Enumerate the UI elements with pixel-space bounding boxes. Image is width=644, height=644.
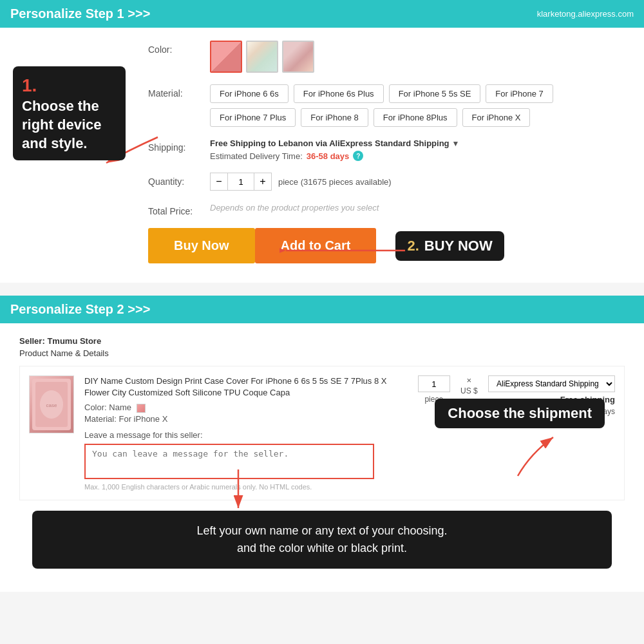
annotation-box-4: Left your own name or any text of your c… bbox=[32, 511, 612, 569]
color-label-detail: Color: bbox=[84, 402, 107, 412]
quantity-label: Quantity: bbox=[148, 173, 200, 187]
material-iphone6splus[interactable]: For iPhone 6s Plus bbox=[294, 84, 384, 103]
order-qty-input[interactable] bbox=[418, 375, 450, 392]
color-swatch-1[interactable] bbox=[210, 41, 242, 73]
total-price-label: Total Price: bbox=[148, 202, 200, 216]
order-summary: case DIY Name Custom Design Print Case C… bbox=[19, 366, 625, 500]
color-swatch-3[interactable] bbox=[282, 41, 314, 73]
shipping-text: Free Shipping to Lebanon via AliExpress … bbox=[210, 138, 450, 148]
color-options bbox=[210, 41, 625, 73]
material-iphone7[interactable]: For iPhone 7 bbox=[486, 84, 553, 103]
color-row: Color: bbox=[148, 41, 625, 73]
color-swatch-2[interactable] bbox=[246, 41, 278, 73]
quantity-control: − + bbox=[210, 173, 272, 191]
material-iphone7plus[interactable]: For iPhone 7 Plus bbox=[210, 108, 296, 127]
step1-body: 1. Choose the right device and style. Co… bbox=[0, 28, 644, 283]
annotation2-num: 2. bbox=[407, 238, 419, 254]
action-row: Buy Now Add to Cart 2. BUY NOW bbox=[148, 228, 625, 263]
material-iphonex[interactable]: For iPhone X bbox=[462, 108, 531, 127]
color-label: Color: bbox=[148, 41, 200, 55]
annotation2-text: BUY NOW bbox=[424, 238, 493, 254]
product-title: DIY Name Custom Design Print Case Cover … bbox=[84, 375, 408, 399]
material-detail: Material: For iPhone X bbox=[84, 414, 408, 424]
shipping-dropdown-icon[interactable]: ▼ bbox=[452, 139, 460, 148]
qty-increase[interactable]: + bbox=[254, 173, 272, 191]
seller-line: Seller: Tmumu Store bbox=[19, 336, 625, 346]
step2-header: Personalize Step 2 >>> bbox=[0, 296, 644, 323]
annotation-box-2: 2. BUY NOW bbox=[395, 231, 504, 261]
shipping-select-wrap: Free Shipping to Lebanon via AliExpress … bbox=[210, 138, 625, 148]
step1-header: Personalize Step 1 >>> klarketong.aliexp… bbox=[0, 0, 644, 28]
annotation4-line1: Left your own name or any text of your c… bbox=[196, 524, 447, 537]
svg-text:case: case bbox=[46, 402, 57, 408]
step2-section: Personalize Step 2 >>> Seller: Tmumu Sto… bbox=[0, 296, 644, 592]
red-arrow-4 bbox=[213, 463, 264, 515]
material-options: For iPhone 6 6s For iPhone 6s Plus For i… bbox=[210, 84, 625, 127]
color-detail: Color: Name bbox=[84, 402, 408, 413]
material-value-detail: For iPhone X bbox=[118, 414, 167, 424]
seller-label: Seller: bbox=[19, 336, 45, 346]
material-label: Material: bbox=[148, 84, 200, 99]
buy-now-button[interactable]: Buy Now bbox=[148, 228, 255, 263]
product-form: Color: Material: For iPhone 6 6s For iPh… bbox=[148, 41, 625, 263]
price-cross: × bbox=[467, 375, 472, 385]
color-value-detail: Name bbox=[109, 402, 131, 412]
message-label: Leave a message for this seller: bbox=[84, 430, 408, 440]
qty-info: piece (31675 pieces available) bbox=[278, 177, 392, 187]
material-label-detail: Material: bbox=[84, 414, 117, 424]
red-arrow-2 bbox=[279, 238, 408, 263]
annotation4-line2: and the color white or black print. bbox=[237, 542, 407, 554]
quantity-row: Quantity: − + piece (31675 pieces availa… bbox=[148, 173, 625, 191]
qty-decrease[interactable]: − bbox=[210, 173, 228, 191]
annotation1-num: 1. bbox=[22, 74, 117, 97]
annotation1-text: Choose the right device and style. bbox=[22, 97, 117, 153]
price-currency: US $ bbox=[460, 386, 478, 395]
product-image: case bbox=[32, 379, 71, 430]
total-price-content: Depends on the product properties you se… bbox=[210, 202, 625, 213]
material-row: Material: For iPhone 6 6s For iPhone 6s … bbox=[148, 84, 625, 127]
annotation-box-1: 1. Choose the right device and style. bbox=[13, 66, 126, 160]
red-arrow-3 bbox=[511, 428, 563, 479]
material-iphone8[interactable]: For iPhone 8 bbox=[301, 108, 368, 127]
shipping-info: Free Shipping to Lebanon via AliExpress … bbox=[210, 138, 625, 161]
site-url: klarketong.aliexpress.com bbox=[537, 9, 634, 19]
product-thumbnail: case bbox=[29, 375, 74, 433]
delivery-time: Estimated Delivery Time: 36-58 days ? bbox=[210, 151, 625, 161]
seller-name: Tmumu Store bbox=[47, 336, 101, 346]
quantity-content: − + piece (31675 pieces available) bbox=[210, 173, 625, 191]
material-iphone5[interactable]: For iPhone 5 5s SE bbox=[389, 84, 481, 103]
total-price-row: Total Price: Depends on the product prop… bbox=[148, 202, 625, 216]
delivery-days: 36-58 days bbox=[307, 151, 350, 161]
estimated-label: Estimated Delivery Time: bbox=[210, 151, 303, 161]
step1-title: Personalize Step 1 >>> bbox=[10, 6, 150, 21]
step2-body: Seller: Tmumu Store Product Name & Detai… bbox=[0, 323, 644, 592]
shipping-dropdown-select[interactable]: AliExpress Standard Shipping bbox=[488, 375, 615, 392]
qty-input[interactable] bbox=[228, 173, 254, 191]
total-price-text: Depends on the product properties you se… bbox=[210, 203, 379, 213]
material-iphone8plus[interactable]: For iPhone 8Plus bbox=[374, 108, 457, 127]
help-icon[interactable]: ? bbox=[353, 151, 363, 161]
shipping-row: Shipping: Free Shipping to Lebanon via A… bbox=[148, 138, 625, 161]
color-indicator bbox=[137, 404, 146, 413]
material-iphone6[interactable]: For iPhone 6 6s bbox=[210, 84, 289, 103]
step2-title: Personalize Step 2 >>> bbox=[10, 302, 150, 317]
product-name-label: Product Name & Details bbox=[19, 348, 625, 358]
annotation3-text: Choose the shipment bbox=[448, 405, 592, 421]
annotation-box-3: Choose the shipment bbox=[435, 399, 605, 428]
